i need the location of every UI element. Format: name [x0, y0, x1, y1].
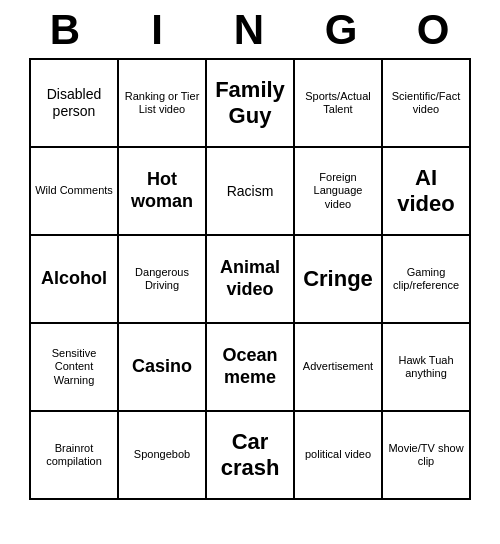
bingo-cell-19: Hawk Tuah anything	[383, 324, 471, 412]
bingo-cell-21: Spongebob	[119, 412, 207, 500]
bingo-cell-7: Racism	[207, 148, 295, 236]
bingo-cell-14: Gaming clip/reference	[383, 236, 471, 324]
bingo-cell-3: Sports/Actual Talent	[295, 60, 383, 148]
bingo-cell-18: Advertisement	[295, 324, 383, 412]
bingo-cell-24: Movie/TV show clip	[383, 412, 471, 500]
bingo-cell-2: Family Guy	[207, 60, 295, 148]
bingo-cell-9: AI video	[383, 148, 471, 236]
bingo-cell-10: Alcohol	[31, 236, 119, 324]
bingo-cell-4: Scientific/Fact video	[383, 60, 471, 148]
bingo-cell-15: Sensitive Content Warning	[31, 324, 119, 412]
bingo-cell-0: Disabled person	[31, 60, 119, 148]
title-g: G	[298, 6, 386, 54]
bingo-cell-16: Casino	[119, 324, 207, 412]
bingo-cell-11: Dangerous Driving	[119, 236, 207, 324]
bingo-cell-6: Hot woman	[119, 148, 207, 236]
bingo-cell-1: Ranking or Tier List video	[119, 60, 207, 148]
bingo-cell-13: Cringe	[295, 236, 383, 324]
title-b: B	[22, 6, 110, 54]
bingo-cell-17: Ocean meme	[207, 324, 295, 412]
bingo-cell-8: Foreign Language video	[295, 148, 383, 236]
bingo-cell-22: Car crash	[207, 412, 295, 500]
bingo-grid: Disabled personRanking or Tier List vide…	[29, 58, 471, 500]
title-i: I	[114, 6, 202, 54]
bingo-title: B I N G O	[20, 0, 480, 58]
title-o: O	[390, 6, 478, 54]
title-n: N	[206, 6, 294, 54]
bingo-cell-12: Animal video	[207, 236, 295, 324]
bingo-cell-23: political video	[295, 412, 383, 500]
bingo-cell-5: Wild Comments	[31, 148, 119, 236]
bingo-cell-20: Brainrot compilation	[31, 412, 119, 500]
